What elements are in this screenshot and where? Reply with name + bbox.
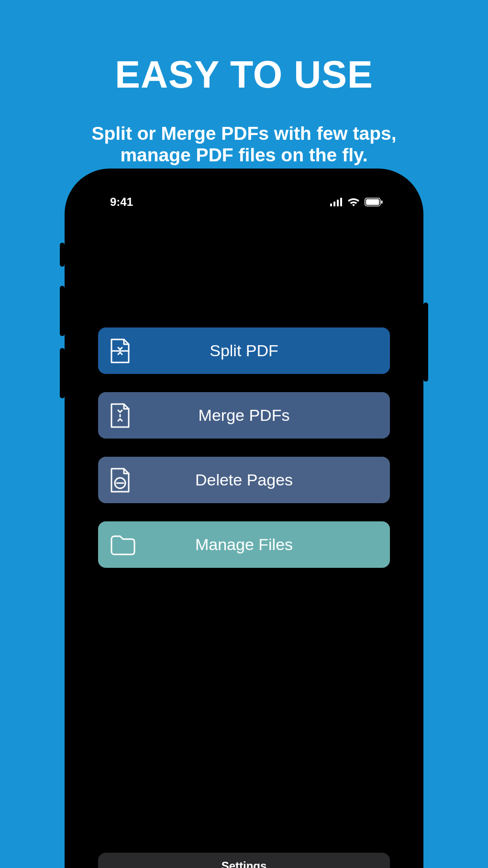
svg-rect-3 <box>340 198 342 206</box>
split-pdf-button[interactable]: Split PDF <box>98 327 390 374</box>
delete-pages-label: Delete Pages <box>98 471 390 489</box>
marketing-subhead-line1: Split or Merge PDFs with few taps, <box>91 123 396 144</box>
device-frame: 9:41 <box>65 169 423 868</box>
settings-label: Settings <box>222 859 267 868</box>
merge-pdfs-label: Merge PDFs <box>98 406 390 425</box>
delete-pages-button[interactable]: Delete Pages <box>98 457 390 503</box>
device-volume-up <box>60 286 65 336</box>
device-volume-down <box>60 348 65 398</box>
svg-rect-6 <box>381 201 383 204</box>
cellular-icon <box>330 198 343 206</box>
svg-rect-1 <box>333 202 335 206</box>
svg-rect-2 <box>337 200 339 206</box>
device-power-button <box>423 303 428 382</box>
wifi-icon <box>347 197 360 207</box>
marketing-subhead: Split or Merge PDFs with few taps, manag… <box>0 123 488 166</box>
merge-pdfs-button[interactable]: Merge PDFs <box>98 392 390 439</box>
manage-files-label: Manage Files <box>98 535 390 554</box>
split-pdf-label: Split PDF <box>98 341 390 360</box>
marketing-headline: EASY TO USE <box>0 53 488 97</box>
battery-icon <box>365 198 383 206</box>
svg-rect-5 <box>366 199 379 205</box>
status-indicators <box>330 197 383 207</box>
settings-button[interactable]: Settings <box>98 853 390 868</box>
phone-mockup: 9:41 <box>65 169 423 868</box>
marketing-subhead-line2: manage PDF files on the fly. <box>120 145 367 165</box>
svg-rect-0 <box>330 203 332 206</box>
status-time: 9:41 <box>110 195 133 209</box>
status-bar: 9:41 <box>79 192 409 212</box>
manage-files-button[interactable]: Manage Files <box>98 521 390 568</box>
device-screen: 9:41 <box>79 178 409 868</box>
action-list: Split PDF Merge PDFs <box>98 327 390 568</box>
device-mute-switch <box>60 243 65 267</box>
